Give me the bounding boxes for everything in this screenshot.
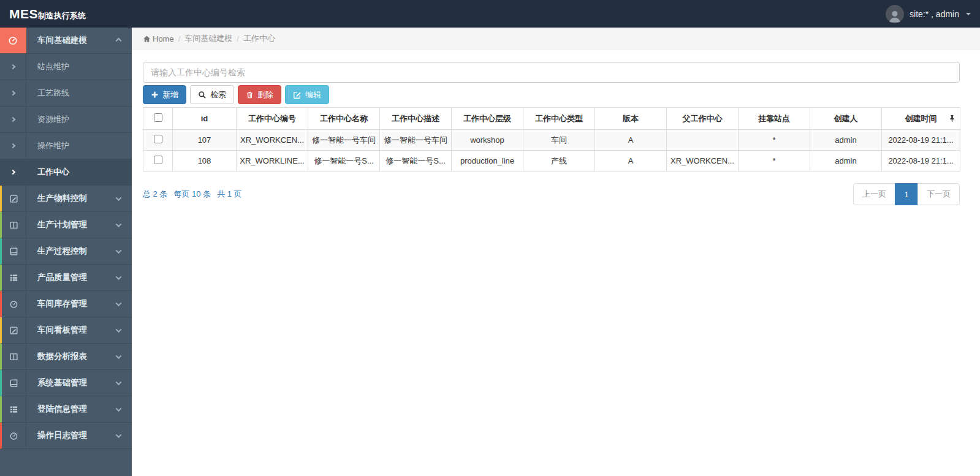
sidebar-group-production-plan-management[interactable]: 生产计划管理 [0, 212, 132, 238]
gauge-icon [9, 431, 18, 440]
search-input[interactable] [143, 62, 960, 83]
col-header-name[interactable]: 工作中心名称 [308, 108, 380, 130]
sidebar-item-process-route[interactable]: 工艺路线 [0, 80, 132, 107]
col-header-desc[interactable]: 工作中心描述 [380, 108, 452, 130]
edit-button[interactable]: 编辑 [285, 85, 329, 104]
table-row[interactable]: 107 XR_WORKCEN... 修一智能一号车间 修一智能一号车间 work… [143, 130, 960, 151]
row-select-cell [143, 130, 173, 151]
chevron-down-icon [116, 327, 122, 333]
add-button[interactable]: 新增 [143, 85, 186, 104]
person-icon [887, 9, 903, 23]
sidebar-group-label: 生产计划管理 [26, 212, 116, 238]
cell-type: 产线 [523, 151, 595, 172]
pagination: 上一页 1 下一页 [853, 183, 960, 205]
sidebar-group-workshop-inventory-management[interactable]: 车间库存管理 [0, 291, 132, 317]
breadcrumb-home[interactable]: Home [143, 34, 174, 43]
breadcrumb-separator: / [237, 34, 239, 43]
search-button[interactable]: 检索 [190, 85, 234, 104]
sidebar-group-login-info-management[interactable]: 登陆信息管理 [0, 396, 132, 423]
chevron-down-icon [116, 247, 122, 254]
sidebar-item-label: 站点维护 [26, 54, 132, 80]
sidebar-group-operation-log-management[interactable]: 操作日志管理 [0, 423, 132, 449]
chevron-down-icon [116, 195, 122, 201]
brand-subtitle: 制造执行系统 [38, 10, 86, 21]
sidebar-group-label: 登陆信息管理 [26, 396, 116, 422]
sidebar-item-site-maintenance[interactable]: 站点维护 [0, 54, 132, 80]
app-logo[interactable]: MES 制造执行系统 [9, 7, 86, 21]
sidebar-group-system-basic-management[interactable]: 系统基础管理 [0, 370, 132, 396]
pagination-bar: 总 2 条 每页 10 条 共 1 页 上一页 1 下一页 [143, 183, 960, 205]
breadcrumb: Home / 车间基础建模 / 工作中心 [132, 28, 980, 50]
col-header-station[interactable]: 挂靠站点 [739, 108, 810, 130]
next-page-button[interactable]: 下一页 [917, 183, 960, 205]
cell-version: A [595, 130, 667, 151]
user-menu[interactable]: site:* , admin [886, 5, 971, 23]
cell-parent [667, 130, 739, 151]
prev-page-button[interactable]: 上一页 [853, 183, 895, 205]
sidebar: 车间基础建模 站点维护 工艺路线 资源维护 操作维护 工作中心 生产物料控制 [0, 28, 132, 476]
search-icon [198, 91, 207, 99]
cell-version: A [595, 151, 667, 172]
avatar [886, 5, 904, 23]
pencil-square-icon [9, 194, 18, 203]
pin-icon[interactable] [949, 115, 955, 123]
pencil-square-icon [9, 326, 18, 335]
toolbar: 新增 检索 删除 编辑 [143, 85, 960, 104]
columns-icon [9, 221, 18, 230]
chevron-down-icon [116, 274, 122, 280]
row-checkbox[interactable] [154, 135, 162, 143]
chevron-up-icon [116, 37, 122, 43]
table-header-row: id 工作中心编号 工作中心名称 工作中心描述 工作中心层级 工作中心类型 版本… [143, 108, 960, 130]
cell-code: XR_WORKLINE... [237, 151, 308, 172]
sidebar-group-label: 车间基础建模 [26, 28, 116, 53]
page-body: 新增 检索 删除 编辑 [132, 50, 980, 205]
breadcrumb-page: 工作中心 [243, 33, 275, 44]
chevron-down-icon [116, 432, 122, 438]
sidebar-group-label: 系统基础管理 [26, 370, 116, 396]
col-header-version[interactable]: 版本 [595, 108, 667, 130]
col-header-id[interactable]: id [173, 108, 237, 130]
sidebar-group-label: 生产过程控制 [26, 238, 116, 264]
trash-icon [246, 91, 254, 99]
home-icon [143, 35, 151, 43]
sidebar-group-product-quality-management[interactable]: 产品质量管理 [0, 265, 132, 291]
sidebar-group-production-process-control[interactable]: 生产过程控制 [0, 238, 132, 265]
cell-station: * [739, 151, 810, 172]
chevron-down-icon [116, 353, 122, 359]
col-header-code[interactable]: 工作中心编号 [237, 108, 308, 130]
cell-level: production_line [452, 151, 523, 172]
user-label: site:* , admin [910, 9, 959, 19]
topbar: MES 制造执行系统 site:* , admin [0, 0, 980, 28]
col-header-parent[interactable]: 父工作中心 [667, 108, 739, 130]
col-header-type[interactable]: 工作中心类型 [523, 108, 595, 130]
pagination-summary: 总 2 条 每页 10 条 共 1 页 [143, 189, 242, 200]
work-center-table: id 工作中心编号 工作中心名称 工作中心描述 工作中心层级 工作中心类型 版本… [143, 107, 960, 172]
sidebar-group-workshop-modeling[interactable]: 车间基础建模 [0, 28, 132, 54]
cell-name: 修一智能一号S... [308, 151, 380, 172]
sidebar-group-production-material-control[interactable]: 生产物料控制 [0, 186, 132, 212]
col-header-created[interactable]: 创建时间 [882, 108, 960, 130]
select-all-checkbox[interactable] [154, 113, 162, 122]
sidebar-group-workshop-kanban-management[interactable]: 车间看板管理 [0, 317, 132, 344]
cell-creator: admin [810, 151, 882, 172]
sidebar-group-label: 车间库存管理 [26, 291, 116, 317]
th-list-icon [9, 273, 18, 282]
sidebar-item-work-center[interactable]: 工作中心 [0, 159, 132, 186]
chevron-right-icon [10, 143, 15, 148]
sidebar-item-resource-maintenance[interactable]: 资源维护 [0, 107, 132, 133]
cell-station: * [739, 130, 810, 151]
sidebar-item-operation-maintenance[interactable]: 操作维护 [0, 133, 132, 159]
sidebar-item-label: 资源维护 [26, 107, 132, 132]
delete-button[interactable]: 删除 [238, 85, 281, 104]
chevron-down-icon [116, 221, 122, 227]
sidebar-group-label: 产品质量管理 [26, 265, 116, 290]
sidebar-group-data-analysis-report[interactable]: 数据分析报表 [0, 344, 132, 370]
page-1-button[interactable]: 1 [895, 183, 918, 205]
table-row[interactable]: 108 XR_WORKLINE... 修一智能一号S... 修一智能一号S...… [143, 151, 960, 172]
row-checkbox[interactable] [154, 156, 162, 164]
cell-creator: admin [810, 130, 882, 151]
col-header-level[interactable]: 工作中心层级 [452, 108, 523, 130]
col-header-creator[interactable]: 创建人 [810, 108, 882, 130]
brand-mes: MES [9, 7, 38, 21]
cell-desc: 修一智能一号S... [380, 151, 452, 172]
